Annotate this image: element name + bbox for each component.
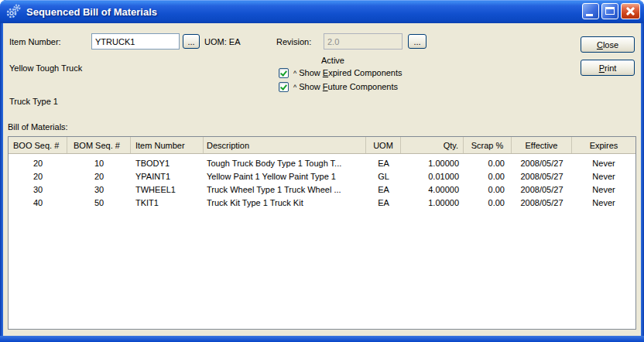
table-row[interactable]: 3030TWHEEL1Truck Wheel Type 1 Truck Whee… bbox=[9, 183, 635, 196]
cell-scrap: 0.00 bbox=[464, 198, 512, 207]
cell-desc: Tough Truck Body Type 1 Tough T... bbox=[204, 159, 366, 168]
cell-desc: Truck Wheel Type 1 Truck Wheel ... bbox=[204, 185, 366, 194]
column-header-item[interactable]: Item Number bbox=[131, 137, 204, 153]
bill-of-materials-table: BOO Seq. #BOM Seq. #Item NumberDescripti… bbox=[8, 136, 636, 330]
cell-uom: EA bbox=[366, 185, 401, 194]
show-expired-row: ^Show Expired Components bbox=[279, 67, 402, 79]
cell-expires: Never bbox=[572, 198, 635, 207]
table-header: BOO Seq. #BOM Seq. #Item NumberDescripti… bbox=[9, 137, 635, 154]
cell-scrap: 0.00 bbox=[464, 185, 512, 194]
bill-of-materials-caption: Bill of Materials: bbox=[8, 121, 68, 132]
cell-scrap: 0.00 bbox=[464, 172, 512, 181]
checkmark-icon bbox=[280, 83, 287, 90]
cell-expires: Never bbox=[572, 185, 635, 194]
cell-scrap: 0.00 bbox=[464, 159, 512, 168]
sequenced-bom-window: Sequenced Bill of Materials Item Number:… bbox=[0, 0, 644, 342]
print-button[interactable]: Print bbox=[581, 60, 635, 76]
dialog-content: Item Number: ... UOM: EA Revision: ... C… bbox=[3, 23, 641, 336]
maximize-button[interactable] bbox=[601, 3, 618, 19]
uom-value: EA bbox=[229, 37, 241, 46]
show-future-label[interactable]: ^Show Future Components bbox=[289, 81, 398, 92]
window-resize-bottom[interactable] bbox=[0, 336, 644, 342]
show-expired-label[interactable]: ^Show Expired Components bbox=[289, 67, 402, 78]
item-number-browse-button[interactable]: ... bbox=[183, 34, 200, 49]
column-header-bom[interactable]: BOM Seq. # bbox=[67, 137, 131, 153]
minimize-icon bbox=[586, 14, 593, 16]
cell-boo: 40 bbox=[9, 198, 67, 207]
item-description-line2: Truck Type 1 bbox=[9, 96, 58, 107]
cell-boo: 20 bbox=[9, 172, 67, 181]
revision-browse-button[interactable]: ... bbox=[408, 34, 426, 49]
cell-expires: Never bbox=[572, 159, 635, 168]
cell-qty: 1.00000 bbox=[401, 198, 464, 207]
maximize-icon bbox=[605, 7, 615, 15]
checkmark-icon bbox=[280, 69, 287, 76]
show-expired-checkbox[interactable] bbox=[279, 68, 289, 78]
gears-icon bbox=[5, 3, 22, 20]
column-header-uom[interactable]: UOM bbox=[366, 137, 401, 153]
titlebar-buttons bbox=[582, 3, 640, 19]
cell-qty: 4.00000 bbox=[401, 185, 464, 194]
table-row[interactable]: 4050TKIT1Truck Kit Type 1 Truck KitEA1.0… bbox=[9, 196, 635, 209]
cell-bom: 10 bbox=[67, 159, 131, 168]
cell-effective: 2008/05/27 bbox=[512, 198, 572, 207]
cell-expires: Never bbox=[572, 172, 635, 181]
cell-qty: 1.00000 bbox=[401, 159, 464, 168]
table-body: 2010TBODY1Tough Truck Body Type 1 Tough … bbox=[9, 154, 635, 209]
column-header-boo[interactable]: BOO Seq. # bbox=[9, 137, 67, 153]
uom-label: UOM: EA bbox=[204, 36, 240, 47]
column-header-desc[interactable]: Description bbox=[204, 137, 366, 153]
item-number-label: Item Number: bbox=[9, 36, 61, 47]
show-future-row: ^Show Future Components bbox=[279, 80, 398, 93]
titlebar[interactable]: Sequenced Bill of Materials bbox=[0, 0, 644, 23]
minimize-button[interactable] bbox=[582, 3, 599, 19]
show-future-checkbox[interactable] bbox=[279, 82, 289, 92]
window-close-button[interactable] bbox=[621, 3, 640, 19]
column-header-expires[interactable]: Expires bbox=[572, 137, 635, 153]
cell-bom: 50 bbox=[67, 198, 131, 207]
cell-item: TBODY1 bbox=[131, 159, 204, 168]
item-description-line1: Yellow Tough Truck bbox=[9, 63, 82, 74]
cell-boo: 30 bbox=[9, 185, 67, 194]
table-row[interactable]: 2020YPAINT1Yellow Paint 1 Yellow Paint T… bbox=[9, 169, 635, 183]
cell-qty: 0.01000 bbox=[401, 172, 464, 181]
window-resize-right[interactable] bbox=[641, 23, 644, 342]
cell-effective: 2008/05/27 bbox=[512, 159, 572, 168]
cell-desc: Yellow Paint 1 Yellow Paint Type 1 bbox=[204, 172, 366, 181]
revision-label: Revision: bbox=[276, 36, 311, 47]
cell-bom: 20 bbox=[67, 172, 131, 181]
cell-uom: EA bbox=[366, 198, 401, 207]
cell-effective: 2008/05/27 bbox=[512, 172, 572, 181]
revision-input bbox=[324, 33, 402, 50]
column-header-qty[interactable]: Qty. bbox=[401, 137, 464, 153]
cell-item: TWHEEL1 bbox=[131, 185, 204, 194]
cell-desc: Truck Kit Type 1 Truck Kit bbox=[204, 198, 366, 207]
cell-item: YPAINT1 bbox=[131, 172, 204, 181]
close-button[interactable]: Close bbox=[581, 36, 635, 53]
column-header-scrap[interactable]: Scrap % bbox=[464, 137, 512, 153]
table-row[interactable]: 2010TBODY1Tough Truck Body Type 1 Tough … bbox=[9, 156, 635, 169]
column-header-effective[interactable]: Effective bbox=[512, 137, 572, 153]
cell-item: TKIT1 bbox=[131, 198, 204, 207]
active-label: Active bbox=[321, 55, 344, 66]
window-title: Sequenced Bill of Materials bbox=[26, 6, 157, 18]
item-number-input[interactable] bbox=[91, 33, 180, 50]
cell-boo: 20 bbox=[9, 159, 67, 168]
cell-bom: 30 bbox=[67, 185, 131, 194]
cell-effective: 2008/05/27 bbox=[512, 185, 572, 194]
cell-uom: EA bbox=[366, 159, 401, 168]
cell-uom: GL bbox=[366, 172, 401, 181]
